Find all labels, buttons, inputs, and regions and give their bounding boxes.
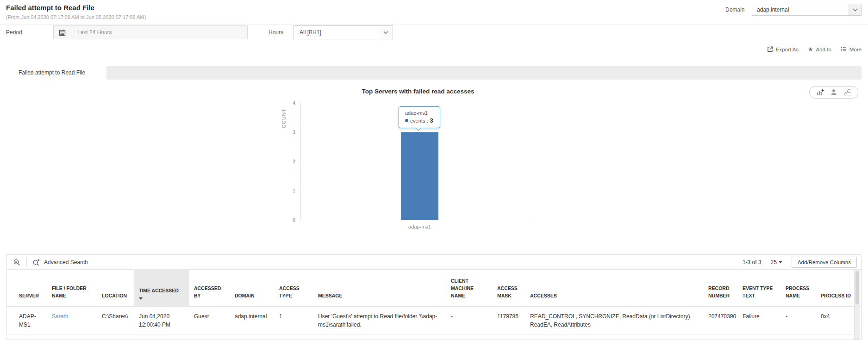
calendar-icon [54,26,71,39]
export-as-button[interactable]: Export As [767,46,799,52]
tooltip-value: 3 [430,117,433,124]
bar-adap-ms1[interactable] [401,132,438,220]
column-search-icon[interactable] [13,259,21,266]
cell-access-mask: 1179785 [493,306,525,334]
col-header-access-type[interactable]: ACCESS TYPE [275,270,313,306]
period-input[interactable]: Last 24 Hours [53,25,248,39]
chevron-down-icon [849,4,861,15]
results-table-container: Advanced Search 1-3 of 3 25 Add/Remove C… [6,254,862,340]
hours-select[interactable]: All [BH1] [293,25,393,39]
chart-title: Top Servers with failed read accesses [300,88,536,95]
add-chart-icon[interactable] [816,89,824,96]
col-header-location[interactable]: LOCATION [97,270,134,306]
chart-toolbar [809,86,858,99]
table-row: ADAP-MS1 Sarath C:\Shares\ Jun 04,2020 1… [6,306,861,334]
caret-down-icon [779,261,782,263]
tab-failed-attempt-to-read-file[interactable]: Failed attempt to Read File [6,66,106,80]
more-button[interactable]: More [841,46,862,52]
x-axis-line [300,220,536,220]
cell-server: ADAP-MS1 [6,306,47,334]
user-icon[interactable] [831,89,837,96]
col-header-domain[interactable]: DOMAIN [230,270,275,306]
add-remove-columns-button[interactable]: Add/Remove Columns [792,257,857,268]
cell-domain: adap.internal [230,306,275,334]
add-to-button[interactable]: ★ Add to [808,47,831,52]
period-value: Last 24 Hours [71,26,112,39]
results-table: SERVER FILE / FOLDER NAME LOCATION TIME … [6,270,861,334]
report-actions: Export As ★ Add to More [767,46,862,52]
y-tick: 2 [278,159,295,164]
table-header-row: SERVER FILE / FOLDER NAME LOCATION TIME … [6,270,861,306]
advanced-search-link[interactable]: Advanced Search [44,259,88,266]
more-icon [841,46,847,52]
tab-strip [6,66,862,80]
col-header-message[interactable]: MESSAGE [313,270,446,306]
col-header-accessed-by[interactable]: ACCESSED BY [189,270,230,306]
advanced-search-icon[interactable] [32,259,40,266]
cell-file-folder-name: Sarath [47,306,97,334]
col-header-access-mask[interactable]: ACCESS MASK [493,270,525,306]
file-folder-link[interactable]: Sarath [52,313,68,320]
page-size-dropdown[interactable]: 25 [771,259,782,266]
x-category-label: adap-ms1 [401,224,438,229]
cell-accessed-by: Guest [189,306,230,334]
tooltip-series-label: events.: [410,118,428,124]
cell-accesses: READ_CONTROL, SYNCHRONIZE, ReadData (or … [525,306,704,334]
col-header-time-accessed[interactable]: TIME ACCESSED [134,270,189,306]
star-icon: ★ [808,47,813,52]
cell-time-accessed: Jun 04,2020 12:00:40 PM [134,306,189,334]
table-scrollbar[interactable] [854,270,860,340]
col-header-client-machine-name[interactable]: CLIENT MACHINE NAME [446,270,493,306]
col-header-record-number[interactable]: RECORD NUMBER [704,270,738,306]
y-tick: 3 [278,130,295,135]
col-header-process-name[interactable]: PROCESS NAME [781,270,816,306]
sort-desc-icon [139,297,143,300]
y-tick: 1 [278,188,295,193]
y-tick: 4 [278,100,295,106]
cell-client-machine-name: - [446,306,493,334]
cell-location: C:\Shares\ [97,306,134,334]
report-page: Failed attempt to Read File (From Jun 04… [0,0,868,340]
scrollbar-thumb[interactable] [856,271,859,304]
col-header-server[interactable]: SERVER [6,270,47,306]
toolbar-divider [26,258,27,266]
refresh-chart-icon[interactable] [843,89,851,96]
cell-process-name: - [781,306,816,334]
pagination-range: 1-3 of 3 [743,259,762,266]
cell-record-number: 207470390 [704,306,738,334]
page-title: Failed attempt to Read File [6,4,94,12]
domain-select-value: adap.internal [752,4,849,15]
series-dot-icon [405,119,408,122]
domain-label: Domain [725,6,744,13]
col-header-event-type-text[interactable]: EVENT TYPE TEXT [738,270,781,306]
hours-label: Hours [269,29,283,36]
report-date-range: (From Jun 04,2020 07:17:09 AM to Jun 05,… [6,14,146,20]
tooltip-title: adap-ms1 [405,110,440,116]
period-label: Period [6,29,22,36]
cell-message: User 'Guest's' attempt to Read file/fold… [313,306,446,334]
domain-select[interactable]: adap.internal [752,4,862,16]
header-divider [0,24,868,25]
chart-tooltip: adap-ms1 events.: 3 [399,106,440,128]
y-tick: 0 [278,217,295,223]
y-axis-line [300,103,300,220]
col-header-file-folder-name[interactable]: FILE / FOLDER NAME [47,270,97,306]
export-icon [767,46,773,52]
hours-select-value: All [BH1] [293,26,379,39]
cell-event-type-text: Failure [738,306,781,334]
col-header-accesses[interactable]: ACCESSES [525,270,704,306]
cell-access-type: 1 [275,306,313,334]
chevron-down-icon [379,26,393,39]
table-toolbar: Advanced Search 1-3 of 3 25 Add/Remove C… [6,255,861,270]
